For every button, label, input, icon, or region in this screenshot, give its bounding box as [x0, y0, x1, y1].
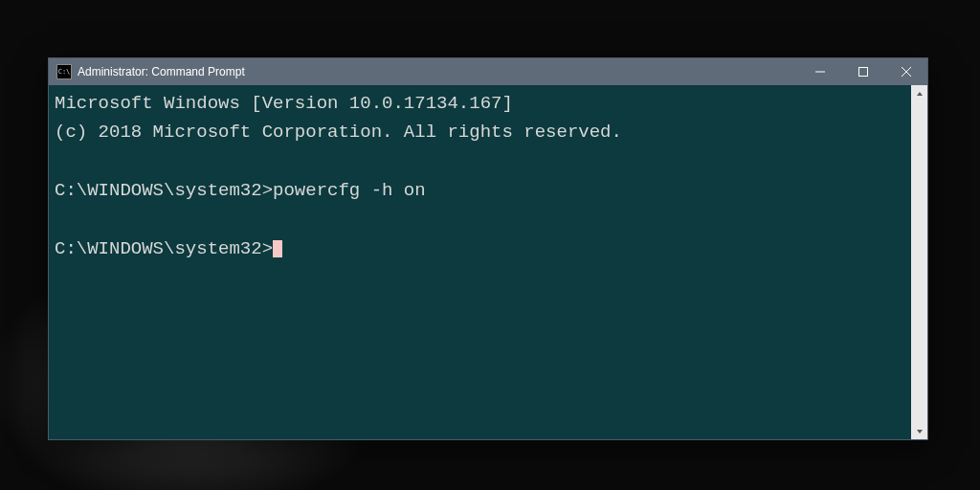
window-title: Administrator: Command Prompt: [78, 65, 245, 78]
scroll-down-button[interactable]: [911, 423, 927, 439]
scroll-up-button[interactable]: [911, 85, 927, 101]
cmd-icon: C:\: [56, 64, 72, 79]
command-prompt-window: C:\ Administrator: Command Prompt Micros…: [48, 57, 928, 440]
version-line: Microsoft Windows [Version 10.0.17134.16…: [55, 93, 513, 114]
prompt-1: C:\WINDOWS\system32>: [55, 180, 273, 201]
minimize-button[interactable]: [798, 58, 841, 85]
prompt-2: C:\WINDOWS\system32>: [55, 238, 273, 259]
titlebar[interactable]: C:\ Administrator: Command Prompt: [49, 58, 927, 85]
svg-marker-5: [917, 430, 923, 434]
vertical-scrollbar[interactable]: [911, 85, 927, 439]
maximize-button[interactable]: [841, 58, 884, 85]
svg-marker-4: [917, 92, 923, 96]
svg-rect-1: [858, 68, 867, 77]
cursor: [273, 240, 282, 257]
terminal-output[interactable]: Microsoft Windows [Version 10.0.17134.16…: [49, 85, 911, 439]
close-button[interactable]: [884, 58, 927, 85]
scrollbar-track[interactable]: [911, 101, 927, 423]
command-1: powercfg -h on: [273, 180, 426, 201]
copyright-line: (c) 2018 Microsoft Corporation. All righ…: [55, 122, 622, 143]
